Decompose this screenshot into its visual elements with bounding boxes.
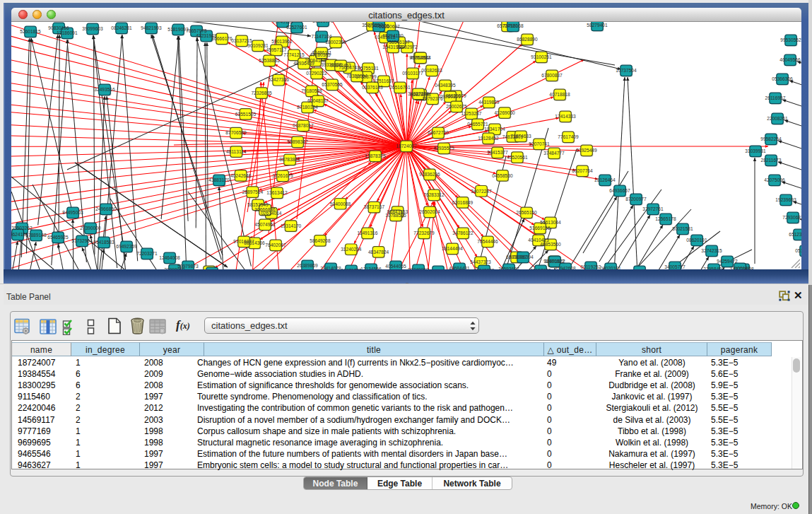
svg-text:31240234: 31240234 bbox=[341, 247, 362, 252]
svg-text:97016877: 97016877 bbox=[233, 239, 254, 244]
svg-text:58649208: 58649208 bbox=[310, 238, 331, 243]
svg-text:39099603: 39099603 bbox=[82, 26, 103, 31]
svg-text:43883170: 43883170 bbox=[208, 177, 230, 182]
svg-text:03137215: 03137215 bbox=[231, 38, 252, 43]
svg-text:42935575: 42935575 bbox=[433, 146, 454, 151]
svg-text:69492359: 69492359 bbox=[116, 244, 137, 249]
svg-text:03409305: 03409305 bbox=[368, 23, 389, 28]
svg-text:00376143: 00376143 bbox=[362, 85, 383, 90]
svg-text:34072247: 34072247 bbox=[471, 189, 492, 194]
svg-text:06671723: 06671723 bbox=[341, 268, 362, 269]
svg-text:87180334: 87180334 bbox=[297, 105, 318, 110]
svg-text:59013962: 59013962 bbox=[271, 39, 293, 44]
svg-text:13186091: 13186091 bbox=[57, 30, 78, 35]
svg-text:11491316: 11491316 bbox=[358, 230, 378, 235]
svg-text:36991922: 36991922 bbox=[544, 259, 565, 264]
svg-text:87706589: 87706589 bbox=[225, 130, 247, 135]
svg-text:63551505: 63551505 bbox=[235, 112, 257, 117]
svg-text:52538885: 52538885 bbox=[259, 58, 280, 63]
svg-text:13613412: 13613412 bbox=[266, 190, 288, 195]
svg-text:78383064: 78383064 bbox=[346, 74, 367, 78]
svg-text:33100147: 33100147 bbox=[729, 266, 751, 269]
svg-text:91836236: 91836236 bbox=[419, 172, 440, 177]
svg-text:51669156: 51669156 bbox=[529, 226, 551, 230]
svg-text:00182633: 00182633 bbox=[421, 68, 442, 73]
svg-text:75749118: 75749118 bbox=[273, 22, 293, 24]
svg-text:63048137: 63048137 bbox=[307, 98, 329, 103]
svg-text:45074952: 45074952 bbox=[254, 222, 276, 227]
svg-text:89555979: 89555979 bbox=[312, 22, 334, 23]
svg-text:64936657: 64936657 bbox=[609, 188, 630, 193]
svg-text:30666836: 30666836 bbox=[254, 207, 276, 212]
svg-text:90109281: 90109281 bbox=[247, 43, 269, 48]
svg-text:05366306: 05366306 bbox=[772, 76, 793, 81]
svg-text:65294130: 65294130 bbox=[382, 33, 404, 38]
svg-text:12565178: 12565178 bbox=[655, 216, 676, 221]
svg-text:78006394: 78006394 bbox=[512, 255, 534, 259]
svg-text:19128452: 19128452 bbox=[478, 136, 499, 141]
svg-text:62527601: 62527601 bbox=[286, 25, 307, 30]
svg-text:95418583: 95418583 bbox=[93, 240, 114, 245]
svg-text:95755131: 95755131 bbox=[358, 66, 379, 71]
svg-text:58153549: 58153549 bbox=[247, 202, 269, 207]
svg-text:90830166: 90830166 bbox=[48, 25, 69, 30]
svg-text:52427316: 52427316 bbox=[269, 77, 290, 82]
svg-text:12134556: 12134556 bbox=[360, 267, 382, 269]
svg-text:78716168: 78716168 bbox=[502, 23, 524, 28]
svg-text:31925449: 31925449 bbox=[576, 148, 597, 153]
svg-text:00847453: 00847453 bbox=[330, 63, 351, 68]
svg-text:40242646: 40242646 bbox=[230, 173, 252, 178]
svg-text:43520561: 43520561 bbox=[507, 155, 528, 160]
svg-text:42075096: 42075096 bbox=[764, 177, 785, 182]
svg-text:80021581: 80021581 bbox=[672, 226, 693, 231]
svg-text:98415377: 98415377 bbox=[487, 150, 508, 155]
svg-text:38144494: 38144494 bbox=[442, 246, 463, 251]
svg-text:35503262: 35503262 bbox=[11, 226, 33, 230]
svg-text:51732904: 51732904 bbox=[71, 238, 93, 243]
svg-text:72326865: 72326865 bbox=[251, 90, 272, 95]
svg-text:36593687: 36593687 bbox=[498, 267, 519, 269]
svg-text:58279401: 58279401 bbox=[587, 23, 608, 28]
svg-text:31942608: 31942608 bbox=[555, 266, 576, 269]
svg-text:26565150: 26565150 bbox=[516, 210, 537, 215]
svg-text:76283312: 76283312 bbox=[423, 192, 445, 197]
svg-text:19314170: 19314170 bbox=[281, 223, 302, 228]
svg-text:72930682: 72930682 bbox=[782, 215, 801, 220]
svg-text:99530552: 99530552 bbox=[780, 37, 801, 42]
svg-text:00119252: 00119252 bbox=[581, 264, 601, 269]
svg-text:68157089: 68157089 bbox=[530, 268, 551, 269]
svg-text:77232679: 77232679 bbox=[413, 230, 435, 235]
svg-text:80243325: 80243325 bbox=[473, 268, 495, 269]
svg-text:54437323: 54437323 bbox=[470, 259, 491, 264]
svg-text:28414078: 28414078 bbox=[320, 266, 341, 269]
svg-text:59898347: 59898347 bbox=[287, 139, 308, 144]
svg-text:94821993: 94821993 bbox=[141, 25, 162, 30]
svg-text:94259472: 94259472 bbox=[717, 259, 738, 264]
svg-text:37484777: 37484777 bbox=[543, 151, 565, 156]
svg-text:00020101: 00020101 bbox=[600, 266, 621, 269]
svg-text:10431955: 10431955 bbox=[382, 45, 404, 49]
svg-text:46853560: 46853560 bbox=[540, 242, 561, 247]
svg-text:67800837: 67800837 bbox=[541, 73, 563, 78]
svg-text:22008261: 22008261 bbox=[767, 116, 788, 121]
svg-text:04348395: 04348395 bbox=[435, 83, 456, 88]
svg-text:95381613: 95381613 bbox=[629, 269, 650, 269]
svg-text:87200977: 87200977 bbox=[625, 197, 647, 201]
svg-text:77741215: 77741215 bbox=[283, 52, 305, 57]
svg-text:34005717: 34005717 bbox=[664, 264, 686, 269]
svg-text:28897514: 28897514 bbox=[242, 189, 264, 194]
svg-text:76402067: 76402067 bbox=[265, 243, 286, 247]
svg-text:08620191: 08620191 bbox=[686, 238, 707, 243]
svg-text:37261675: 37261675 bbox=[272, 173, 293, 178]
svg-text:34786122: 34786122 bbox=[452, 230, 473, 235]
svg-text:08246281: 08246281 bbox=[111, 25, 132, 30]
svg-text:77617409: 77617409 bbox=[558, 134, 579, 139]
svg-text:57889148: 57889148 bbox=[25, 233, 47, 238]
svg-text:55613044: 55613044 bbox=[540, 220, 561, 225]
svg-text:42486111: 42486111 bbox=[312, 50, 332, 55]
svg-text:71147104: 71147104 bbox=[312, 34, 332, 39]
svg-text:84495003: 84495003 bbox=[62, 210, 83, 215]
svg-text:48347824: 48347824 bbox=[368, 250, 389, 255]
svg-text:28211673: 28211673 bbox=[761, 158, 782, 163]
svg-text:86666176: 86666176 bbox=[211, 36, 233, 41]
